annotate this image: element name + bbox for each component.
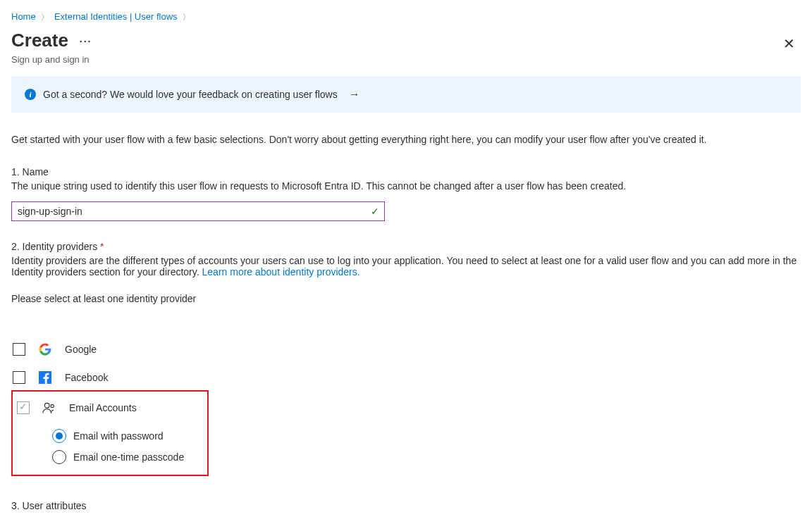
provider-google-checkbox[interactable] [13, 343, 25, 356]
provider-google: Google [11, 335, 801, 363]
user-attributes-label: 3. User attributes [11, 500, 801, 511]
close-button[interactable]: ✕ [780, 34, 798, 54]
provider-email-checkbox [17, 401, 30, 414]
email-otp-option[interactable]: Email one-time passcode [52, 447, 207, 468]
email-password-label: Email with password [73, 430, 164, 442]
provider-facebook: Facebook [11, 363, 801, 392]
intro-text: Get started with your user flow with a f… [11, 134, 801, 145]
provider-email: Email Accounts [13, 392, 207, 424]
more-actions-button[interactable]: ··· [80, 36, 92, 47]
required-asterisk: * [100, 241, 104, 252]
arrow-right-icon: → [349, 88, 360, 101]
facebook-icon [38, 371, 52, 384]
breadcrumb-home[interactable]: Home [11, 11, 36, 22]
learn-more-link[interactable]: Learn more about identity providers. [202, 266, 360, 277]
email-password-option[interactable]: Email with password [52, 425, 207, 447]
idp-select-hint: Please select at least one identity prov… [11, 293, 801, 304]
idp-label: 2. Identity providers * [11, 241, 801, 252]
chevron-right-icon: 〉 [38, 12, 51, 23]
identity-provider-list: Google Facebook Email Accounts [11, 335, 801, 476]
feedback-banner[interactable]: i Got a second? We would love your feedb… [11, 76, 801, 113]
breadcrumb-external-identities[interactable]: External Identities | User flows [54, 11, 178, 22]
provider-email-label: Email Accounts [69, 402, 137, 413]
info-icon: i [25, 89, 36, 100]
feedback-text: Got a second? We would love your feedbac… [43, 89, 338, 100]
people-icon [42, 401, 56, 414]
idp-description: Identity providers are the different typ… [11, 255, 801, 277]
page-title: Create [11, 30, 68, 51]
provider-google-label: Google [65, 344, 97, 355]
chevron-right-icon: 〉 [180, 12, 193, 23]
name-label: 1. Name [11, 166, 801, 177]
svg-point-1 [44, 403, 49, 408]
page-subtitle: Sign up and sign in [11, 54, 92, 65]
provider-facebook-checkbox[interactable] [13, 371, 25, 384]
provider-facebook-label: Facebook [65, 372, 108, 383]
email-password-radio[interactable] [52, 429, 66, 443]
email-options-group: Email with password Email one-time passc… [13, 425, 207, 468]
google-icon [38, 343, 52, 356]
name-description: The unique string used to identify this … [11, 180, 801, 192]
breadcrumb: Home 〉 External Identities | User flows … [11, 11, 801, 23]
email-otp-radio[interactable] [52, 450, 66, 464]
email-otp-label: Email one-time passcode [73, 451, 184, 463]
svg-point-2 [51, 404, 54, 407]
email-accounts-highlight: Email Accounts Email with password Email… [11, 390, 209, 476]
name-input[interactable] [11, 201, 385, 221]
